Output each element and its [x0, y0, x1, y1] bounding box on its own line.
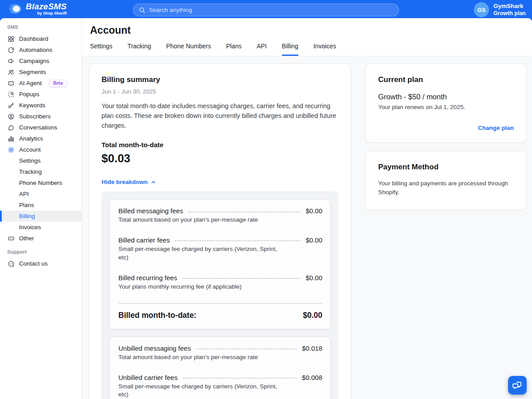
popup-icon	[7, 90, 15, 98]
sidebar-item-automations[interactable]: Automations	[0, 44, 82, 55]
current-plan-card: Current plan Growth - $50 / month Your p…	[365, 63, 527, 143]
fee-subtitle: Your plans monthly recurring fee (if app…	[118, 283, 288, 291]
sidebar-item-contact-us[interactable]: Contact us	[0, 258, 82, 269]
search-input[interactable]	[149, 7, 393, 13]
tab-invoices[interactable]: Invoices	[313, 43, 336, 56]
sidebar-item-other[interactable]: Other	[0, 233, 82, 244]
fee-label: Unbilled messaging fees	[118, 344, 191, 352]
fee-label: Unbilled carrier fees	[118, 374, 177, 381]
global-search[interactable]	[133, 4, 399, 16]
sidebar-item-conversations[interactable]: Conversations	[0, 122, 82, 133]
blazesms-logo-icon	[6, 2, 22, 16]
sidebar-item-label: Conversations	[19, 124, 57, 131]
billed-total-label: Billed month-to-date:	[118, 311, 196, 320]
chat-bubbles-icon	[512, 380, 523, 391]
sidebar-subitem-phone-numbers[interactable]: Phone Numbers	[0, 177, 82, 188]
fee-subtitle: Total amount based on your plan's per-me…	[118, 353, 288, 362]
fee-label: Billed recurring fees	[118, 274, 177, 282]
dotted-leader	[183, 278, 301, 279]
billed-total-row: Billed month-to-date: $0.00	[118, 311, 322, 320]
billing-description: Your total month-to-date includes messag…	[102, 101, 338, 130]
current-plan-title: Current plan	[378, 75, 514, 84]
sidebar-subitem-billing[interactable]: Billing	[0, 211, 82, 222]
sidebar-item-dashboard[interactable]: Dashboard	[0, 33, 82, 44]
payment-method-card: Payment Method Your billing and payments…	[365, 151, 527, 210]
sidebar-item-label: Popups	[19, 91, 39, 98]
fee-amount: $0.018	[302, 344, 322, 352]
sidebar-subitem-api[interactable]: API	[0, 188, 82, 200]
megaphone-icon	[7, 57, 15, 65]
page-header: Account Settings Tracking Phone Numbers …	[82, 18, 532, 56]
brand[interactable]: BlazeSMS by Shop Sheriff	[6, 2, 66, 16]
fee-label: Billed messaging fees	[118, 207, 183, 215]
automations-icon	[7, 46, 15, 54]
hide-breakdown-toggle[interactable]: Hide breakdown	[102, 179, 156, 185]
fee-item: Unbilled messaging fees $0.018 Total amo…	[118, 344, 322, 362]
divider	[118, 303, 322, 304]
avatar[interactable]: GS	[474, 2, 489, 17]
sidebar-item-label: Dashboard	[19, 35, 48, 42]
sidebar-item-label: Contact us	[19, 260, 48, 267]
dotted-leader	[188, 211, 301, 212]
tab-api[interactable]: API	[257, 43, 267, 56]
topbar: BlazeSMS by Shop Sheriff GS GymShark Gro…	[0, 0, 532, 20]
sidebar-item-label: Keywords	[19, 102, 45, 109]
sidebar-item-campaigns[interactable]: Campaigns	[0, 55, 82, 66]
sidebar-item-analytics[interactable]: Analytics	[0, 133, 82, 144]
user-menu[interactable]: GS GymShark Growth plan	[474, 2, 526, 17]
sidebar-subitem-settings[interactable]: Settings	[0, 155, 82, 166]
people-icon	[7, 68, 15, 76]
tab-billing[interactable]: Billing	[282, 43, 298, 56]
tab-settings[interactable]: Settings	[90, 43, 113, 56]
chat-round-icon	[7, 260, 15, 267]
total-mtd-label: Total month-to-date	[102, 141, 338, 149]
dotted-leader	[196, 348, 297, 349]
sidebar-item-segments[interactable]: Segments	[0, 66, 82, 78]
tab-plans[interactable]: Plans	[226, 43, 242, 56]
sidebar-section-sms: SMS	[0, 23, 82, 33]
billing-summary-title: Billing summary	[102, 75, 338, 84]
sidebar-subitem-invoices[interactable]: Invoices	[0, 222, 82, 233]
sidebar-item-popups[interactable]: Popups	[0, 89, 82, 100]
total-mtd-value: $0.03	[102, 152, 338, 165]
dotted-leader	[175, 240, 301, 241]
person-circle-icon	[7, 113, 15, 120]
search-icon	[139, 7, 145, 13]
bar-chart-icon	[7, 135, 15, 142]
sidebar-item-label: Other	[19, 235, 34, 242]
fee-amount: $0.00	[305, 207, 322, 215]
sidebar-item-subscribers[interactable]: Subscribers	[0, 111, 82, 122]
sidebar-item-account[interactable]: Account	[0, 144, 82, 155]
sidebar-item-keywords[interactable]: Keywords	[0, 100, 82, 111]
chevron-up-icon	[151, 180, 156, 185]
change-plan-link[interactable]: Change plan	[478, 125, 514, 131]
chat-bubble-icon	[7, 124, 15, 131]
sidebar-section-support: Support	[0, 247, 82, 258]
fee-subtitle: Total amount based on your plan's per-me…	[118, 216, 288, 224]
tab-phone-numbers[interactable]: Phone Numbers	[166, 43, 211, 56]
tab-tracking[interactable]: Tracking	[128, 43, 151, 56]
robot-chat-icon	[7, 79, 15, 87]
unbilled-fees-card: Unbilled messaging fees $0.018 Total amo…	[109, 336, 331, 399]
sidebar-subitem-plans[interactable]: Plans	[0, 200, 82, 211]
user-plan: Growth plan	[493, 10, 526, 17]
support-chat-button[interactable]	[508, 376, 527, 395]
plan-renewal: Your plan renews on Jul 1, 2025.	[378, 104, 514, 110]
sidebar-item-label: Campaigns	[19, 58, 49, 64]
billing-period: Jun 1 - Jun 30, 2025	[102, 88, 338, 95]
key-icon	[7, 102, 15, 109]
brand-name: BlazeSMS	[26, 2, 66, 11]
fee-item: Unbilled carrier fees $0.008 Small per-m…	[118, 374, 322, 399]
fee-subtitle: Small per-message fee charged by carrier…	[118, 245, 288, 262]
plan-name: Growth - $50 / month	[378, 93, 514, 101]
fee-amount: $0.00	[305, 236, 322, 244]
user-name: GymShark	[493, 3, 526, 10]
fee-item: Billed carrier fees $0.00 Small per-mess…	[118, 236, 322, 262]
sidebar-subitem-tracking[interactable]: Tracking	[0, 166, 82, 177]
payment-method-description: Your billing and payments are processed …	[378, 179, 511, 197]
sidebar-item-label: Segments	[19, 69, 46, 75]
fee-breakdown: Billed messaging fees $0.00 Total amount…	[102, 192, 338, 399]
sidebar-item-label: Analytics	[19, 135, 43, 142]
sidebar-item-ai-agent[interactable]: AI Agent Beta	[0, 78, 82, 89]
dotted-leader	[183, 378, 297, 379]
